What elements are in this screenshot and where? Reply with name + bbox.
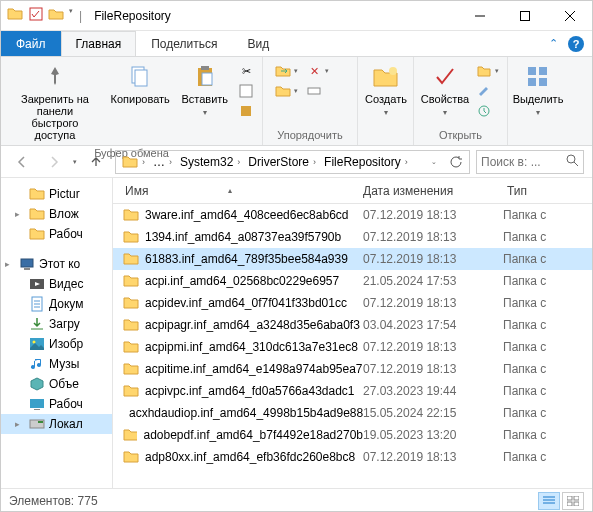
addressbar[interactable]: › …› System32› DriverStore› FileReposito… — [115, 150, 470, 174]
copy-button[interactable]: Копировать — [105, 59, 176, 109]
moveto-button[interactable]: ▾ — [273, 62, 300, 80]
sort-asc-icon: ▴ — [228, 186, 232, 195]
nav-item[interactable]: Видес — [1, 274, 112, 294]
table-row[interactable]: 61883.inf_amd64_789f35bee584a93907.12.20… — [113, 248, 592, 270]
copyto-button[interactable]: ▾ — [273, 82, 300, 100]
copyto-icon — [275, 83, 291, 99]
crumb-filerepository[interactable]: FileRepository› — [320, 151, 412, 173]
nav-item[interactable]: Рабоч — [1, 394, 112, 414]
collapse-ribbon-icon[interactable]: ⌃ — [549, 37, 558, 50]
table-row[interactable]: acpidev.inf_amd64_0f7f041f33bd01cc07.12.… — [113, 292, 592, 314]
nav-item[interactable]: Объе — [1, 374, 112, 394]
history-button[interactable] — [474, 102, 501, 120]
crumb-dots[interactable]: …› — [149, 151, 176, 173]
copy-icon — [128, 63, 152, 91]
nav-item[interactable]: Рабоч — [1, 224, 112, 244]
nav-item[interactable]: ▸Влож — [1, 204, 112, 224]
nav-item[interactable]: Pictur — [1, 184, 112, 204]
view-details-button[interactable] — [538, 492, 560, 510]
table-row[interactable]: acpitime.inf_amd64_e1498a974ab95ea707.12… — [113, 358, 592, 380]
delete-button[interactable]: ✕▾ — [304, 62, 331, 80]
svg-rect-28 — [574, 496, 579, 500]
file-list: Имя▴ Дата изменения Тип 3ware.inf_amd64_… — [113, 178, 592, 488]
svg-rect-1 — [520, 11, 529, 20]
qat-newfolder-icon[interactable] — [48, 7, 64, 24]
searchbox[interactable] — [476, 150, 584, 174]
table-row[interactable]: adp80xx.inf_amd64_efb36fdc260e8bc807.12.… — [113, 446, 592, 468]
select-button[interactable]: Выделить ▾ — [512, 59, 564, 121]
copypath-button[interactable] — [236, 82, 256, 100]
tab-file[interactable]: Файл — [1, 31, 61, 56]
cut-icon: ✂ — [238, 63, 254, 79]
refresh-button[interactable] — [445, 151, 467, 173]
table-row[interactable]: acxhdaudiop.inf_amd64_4998b15b4ad9e88f..… — [113, 402, 592, 424]
cut-button[interactable]: ✂ — [236, 62, 256, 80]
search-input[interactable] — [481, 155, 562, 169]
crumb-driverstore[interactable]: DriverStore› — [244, 151, 320, 173]
nav-item[interactable]: Изобр — [1, 334, 112, 354]
address-dropdown-icon[interactable]: ⌄ — [423, 151, 445, 173]
folder-icon — [7, 6, 23, 25]
table-row[interactable]: acpivpc.inf_amd64_fd0a5766a43dadc127.03.… — [113, 380, 592, 402]
pasteshortcut-button[interactable] — [236, 102, 256, 120]
nav-item[interactable]: ▸Локал — [1, 414, 112, 434]
pin-button[interactable]: Закрепить на панели быстрого доступа — [5, 59, 105, 145]
col-name[interactable]: Имя▴ — [119, 184, 363, 198]
help-icon[interactable]: ? — [568, 36, 584, 52]
svg-rect-7 — [240, 85, 252, 97]
status-count-label: Элементов: — [9, 494, 74, 508]
properties-button[interactable]: Свойства ▾ — [418, 59, 472, 121]
col-type[interactable]: Тип — [503, 184, 592, 198]
shortcut-icon — [238, 103, 254, 119]
close-button[interactable] — [547, 1, 592, 31]
svg-point-10 — [389, 67, 397, 75]
crumb-system32[interactable]: System32› — [176, 151, 244, 173]
navigation-pane[interactable]: Pictur▸ВложРабоч▸Этот коВидесДокумЗагруИ… — [1, 178, 113, 488]
table-row[interactable]: acpipagr.inf_amd64_a3248d35e6aba0f303.04… — [113, 314, 592, 336]
nav-item[interactable]: Докум — [1, 294, 112, 314]
checkmark-icon — [433, 63, 457, 91]
view-large-button[interactable] — [562, 492, 584, 510]
qat-properties-icon[interactable] — [29, 7, 43, 24]
table-row[interactable]: 3ware.inf_amd64_408ceed6ec8ab6cd07.12.20… — [113, 204, 592, 226]
col-date[interactable]: Дата изменения — [363, 184, 503, 198]
qat-dropdown-icon[interactable]: ▾ — [69, 7, 73, 24]
group-organize-label: Упорядочить — [267, 127, 353, 143]
table-row[interactable]: acpipmi.inf_amd64_310dc613a7e31ec807.12.… — [113, 336, 592, 358]
open-icon — [476, 63, 492, 79]
table-row[interactable]: adobepdf.inf_amd64_b7f4492e18ad270b19.05… — [113, 424, 592, 446]
delete-icon: ✕ — [306, 63, 322, 79]
crumb-root[interactable]: › — [118, 151, 149, 173]
minimize-button[interactable] — [457, 1, 502, 31]
maximize-button[interactable] — [502, 1, 547, 31]
open-button[interactable]: ▾ — [474, 62, 501, 80]
tab-view[interactable]: Вид — [232, 31, 284, 56]
nav-item[interactable]: ▸Этот ко — [1, 254, 112, 274]
svg-rect-14 — [528, 78, 536, 86]
svg-rect-8 — [241, 106, 251, 116]
search-icon — [566, 154, 579, 170]
nav-up-button[interactable] — [83, 149, 109, 175]
edit-button[interactable] — [474, 82, 501, 100]
nav-item[interactable]: Загру — [1, 314, 112, 334]
ribbon-tabs: Файл Главная Поделиться Вид ⌃ ? — [1, 31, 592, 56]
svg-rect-18 — [24, 268, 30, 270]
titlebar: ▾ | FileRepository — [1, 1, 592, 31]
svg-rect-29 — [567, 502, 572, 506]
nav-item[interactable]: Музы — [1, 354, 112, 374]
svg-rect-9 — [308, 88, 320, 94]
window-title: FileRepository — [88, 9, 171, 23]
tab-home[interactable]: Главная — [61, 31, 137, 56]
copypath-icon — [238, 83, 254, 99]
rename-button[interactable] — [304, 82, 331, 100]
moveto-icon — [275, 63, 291, 79]
nav-back-button[interactable] — [9, 149, 35, 175]
new-button[interactable]: Создать ▾ — [362, 59, 410, 121]
nav-history-icon[interactable]: ▾ — [73, 158, 77, 166]
paste-button[interactable]: Вставить ▾ — [175, 59, 234, 121]
tab-share[interactable]: Поделиться — [136, 31, 232, 56]
table-row[interactable]: acpi.inf_amd64_02568bc0229e695721.05.202… — [113, 270, 592, 292]
body: Pictur▸ВложРабоч▸Этот коВидесДокумЗагруИ… — [1, 178, 592, 488]
table-row[interactable]: 1394.inf_amd64_a08737ea39f5790b07.12.201… — [113, 226, 592, 248]
nav-forward-button[interactable] — [41, 149, 67, 175]
